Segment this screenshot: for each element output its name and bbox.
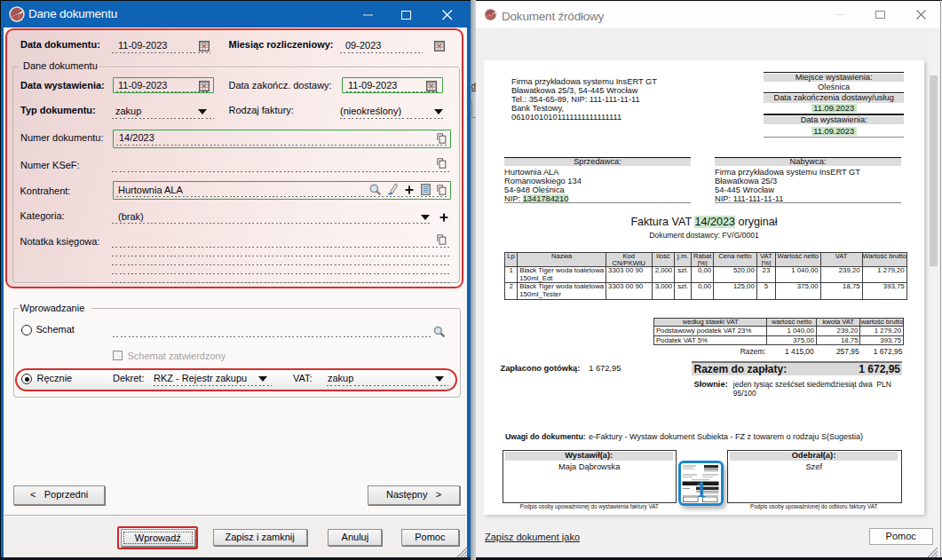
svg-text:GT: GT bbox=[486, 13, 495, 20]
svg-text:GT: GT bbox=[12, 12, 22, 20]
svg-text:1: 1 bbox=[695, 477, 707, 501]
